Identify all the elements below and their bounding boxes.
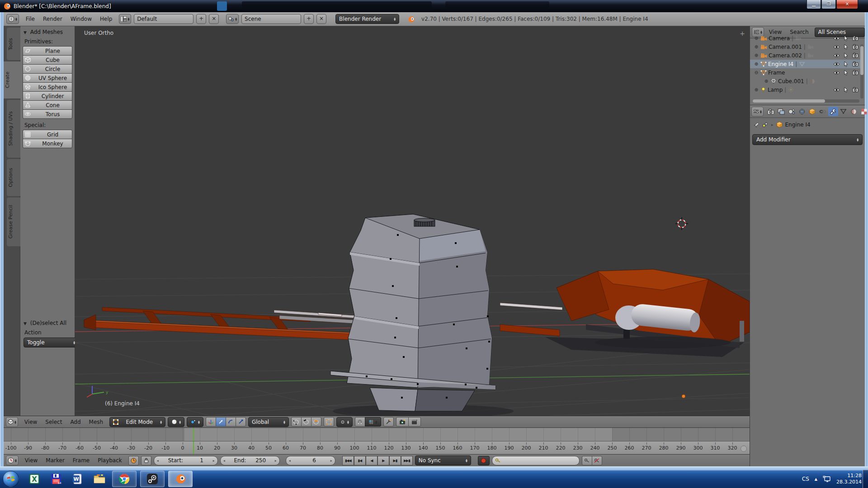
edge-select-icon-button[interactable] (301, 417, 311, 427)
menu-mesh[interactable]: Mesh (85, 419, 108, 425)
add-layout-button[interactable]: + (196, 14, 206, 24)
add-torus-button[interactable]: Torus (23, 109, 72, 119)
renderability-camera-icon[interactable] (852, 70, 859, 75)
menu-select[interactable]: Select (41, 419, 66, 425)
menu-add[interactable]: Add (66, 419, 85, 425)
add-modifier-select[interactable]: Add Modifier ▲▼ (752, 134, 863, 145)
menu-view[interactable]: View (20, 419, 41, 425)
add-circle-button[interactable]: Circle (23, 64, 72, 74)
outliner-item-camera-002[interactable]: ⊕Camera.002| (750, 51, 860, 60)
menu-frame[interactable]: Frame (69, 457, 94, 464)
minimize-button[interactable]: ▁ (807, 0, 821, 9)
toolshelf-tab-shading-uvs[interactable]: Shading / UVs (7, 100, 22, 158)
vertex-select-icon-button[interactable] (291, 417, 302, 427)
properties-tab-world[interactable] (797, 107, 807, 116)
selectability-cursor-icon[interactable] (844, 35, 849, 41)
properties-tab-modifiers[interactable] (828, 107, 838, 116)
outliner-item-engine-i4[interactable]: ⊕Engine I4| (750, 60, 860, 68)
region-toggle-plus-icon[interactable]: + (740, 30, 745, 37)
play-reverse-button[interactable]: ◀ (366, 456, 377, 465)
snap-element-select[interactable]: ▲▼ (365, 417, 381, 427)
selectability-cursor-icon[interactable] (844, 70, 849, 75)
selectability-cursor-icon[interactable] (844, 44, 849, 50)
taskbar-app-chrome[interactable] (112, 471, 137, 487)
snap-peel-object-button[interactable] (383, 417, 394, 427)
menu-file[interactable]: File (22, 16, 39, 22)
visibility-eye-icon[interactable] (833, 70, 840, 75)
properties-tab-object[interactable] (807, 107, 817, 116)
properties-tab-material[interactable] (849, 107, 859, 116)
sync-mode-select[interactable]: No Sync ▲▼ (415, 455, 471, 465)
expand-toggle-icon[interactable]: ⊕ (754, 87, 759, 92)
use-preview-range-button[interactable] (128, 456, 139, 465)
renderability-camera-icon[interactable] (852, 53, 859, 58)
expand-toggle-icon[interactable]: ⊕ (754, 36, 759, 41)
visibility-eye-icon[interactable] (833, 36, 840, 41)
end-frame-field[interactable]: ◂ End: 250 ▸ (220, 456, 280, 465)
properties-tab-constraints[interactable] (818, 107, 828, 116)
add-cube-button[interactable]: Cube (23, 55, 72, 65)
taskbar-app-steam[interactable] (140, 471, 165, 487)
keying-set-field[interactable] (492, 456, 580, 465)
scene-name[interactable]: Scene (241, 14, 301, 24)
add-scene-button[interactable]: + (304, 14, 314, 24)
outliner-vertical-scrollbar-thumb[interactable] (860, 46, 863, 75)
renderability-camera-icon[interactable] (852, 87, 859, 92)
outliner-item-cube-001[interactable]: ⊕Cube.001| (750, 77, 860, 85)
clock[interactable]: 11:28 28.3.2014 (836, 473, 862, 485)
manipulator-scale-button[interactable] (236, 417, 246, 427)
properties-tab-render[interactable] (766, 107, 776, 116)
taskbar-app-blender[interactable] (168, 471, 193, 487)
jump-to-end-button[interactable]: ▶▶▮ (401, 456, 413, 465)
properties-tab-render-layers[interactable] (776, 107, 786, 116)
occlude-geometry-button[interactable] (324, 417, 334, 427)
viewport-3d-scene[interactable]: y (75, 26, 750, 416)
properties-tab-object-data[interactable] (839, 107, 849, 116)
render-engine-select[interactable]: Blender Render ▲▼ (335, 14, 399, 24)
expand-toggle-icon[interactable]: ⊕ (754, 44, 759, 49)
jump-to-start-button[interactable]: ▮◀◀ (342, 456, 354, 465)
language-indicator[interactable]: CS (802, 476, 809, 482)
next-keyframe-button[interactable]: ▶▮ (389, 456, 401, 465)
toolshelf-tab-options[interactable]: Options (7, 159, 22, 196)
menu-window[interactable]: Window (66, 16, 96, 22)
transform-orientation-select[interactable]: Global ▲▼ (248, 417, 289, 427)
outliner-item-camera-001[interactable]: ⊕Camera.001| (750, 42, 860, 51)
visibility-eye-icon[interactable] (833, 62, 840, 66)
properties-tab-scene[interactable] (787, 107, 797, 116)
viewport-3d[interactable]: y User Ortho (6) Engine I4 + (75, 26, 750, 416)
action-toggle-select[interactable]: Toggle ▲▼ (24, 338, 79, 347)
outliner-item-lamp[interactable]: ⊕Lamp| (750, 85, 860, 94)
menu-view[interactable]: View (21, 457, 42, 464)
timeline-ruler[interactable]: -100-90-80-70-60-50-40-30-20-10010203040… (4, 441, 750, 455)
auto-keyframe-record-button[interactable] (478, 456, 490, 465)
renderability-camera-icon[interactable] (852, 44, 859, 49)
outliner-item-frame[interactable]: ⊖Frame (750, 68, 860, 77)
object-context-icon[interactable] (762, 122, 769, 127)
hidden-icons-chevron[interactable]: ▲ (815, 477, 817, 481)
network-icon[interactable] (823, 476, 831, 483)
menu-render[interactable]: Render (39, 16, 66, 22)
menu-help[interactable]: Help (96, 16, 116, 22)
editor-type-button[interactable]: ▲▼ (6, 417, 18, 427)
proportional-edit-select[interactable]: ▲▼ (336, 417, 353, 427)
outliner-item-camera[interactable]: ⊕Camera| (750, 34, 860, 42)
snap-magnet-button[interactable] (355, 417, 365, 427)
menu-playback[interactable]: Playback (94, 457, 126, 464)
scrollbar-endcap[interactable] (741, 446, 747, 452)
render-opengl-animation-button[interactable] (408, 417, 421, 427)
expand-toggle-icon[interactable]: ⊕ (754, 61, 759, 66)
expand-toggle-icon[interactable]: ⊖ (754, 70, 759, 75)
toolshelf-tab-tools[interactable]: Tools (7, 28, 22, 60)
delete-keyframe-button[interactable] (592, 456, 602, 465)
add-meshes-panel-header[interactable]: ▼ Add Meshes (24, 29, 72, 35)
mode-select[interactable]: Edit Mode ▲▼ (109, 417, 165, 427)
visibility-eye-icon[interactable] (833, 88, 840, 92)
add-monkey-button[interactable]: Monkey (23, 139, 72, 148)
taskbar-app-word[interactable]: W (69, 471, 87, 487)
selectability-cursor-icon[interactable] (844, 52, 849, 58)
screen-layout-icon-button[interactable]: ▲▼ (119, 14, 131, 24)
close-button[interactable]: × (836, 0, 858, 9)
properties-tab-texture[interactable] (859, 107, 868, 116)
delete-scene-button[interactable]: × (316, 14, 326, 24)
